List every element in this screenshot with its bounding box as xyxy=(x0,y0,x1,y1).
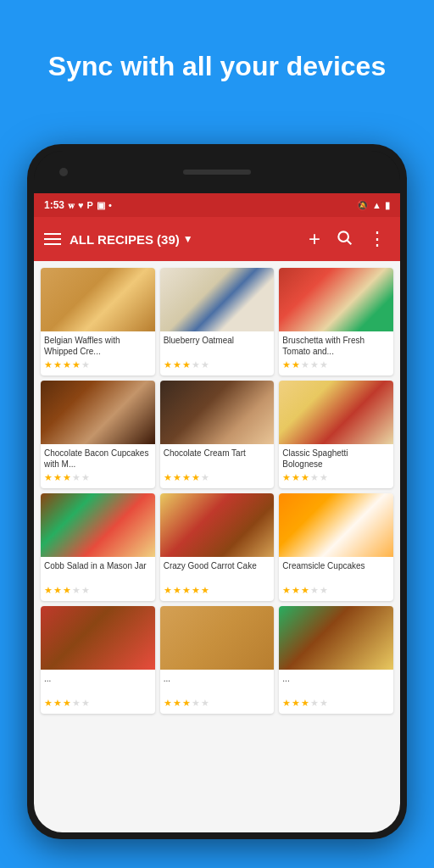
recipe-card[interactable]: Chocolate Cream Tart★★★★★ xyxy=(160,381,275,488)
star-filled: ★ xyxy=(44,359,53,370)
recipe-image xyxy=(41,493,155,557)
recipe-card[interactable]: Cobb Salad in a Mason Jar★★★★★ xyxy=(41,493,155,601)
recipe-card[interactable]: Creamsicle Cupcakes★★★★★ xyxy=(279,493,393,601)
hamburger-menu[interactable] xyxy=(44,233,61,245)
star-empty: ★ xyxy=(81,472,90,483)
star-empty: ★ xyxy=(201,472,209,483)
star-filled: ★ xyxy=(173,359,181,370)
star-filled: ★ xyxy=(53,359,62,370)
recipe-stars: ★★★★★ xyxy=(282,585,390,596)
nav-title[interactable]: ALL RECIPES (39) ▼ xyxy=(70,232,297,247)
recipe-stars: ★★★★★ xyxy=(44,585,152,596)
star-filled: ★ xyxy=(63,698,71,709)
star-filled: ★ xyxy=(173,472,181,483)
content-area: Belgian Waffles with Whipped Cre...★★★★★… xyxy=(34,261,400,832)
recipe-image xyxy=(160,381,275,444)
recipe-name: ... xyxy=(164,673,271,695)
heart-icon: ♥ xyxy=(78,200,84,210)
svg-line-1 xyxy=(348,240,352,244)
camera xyxy=(59,168,68,176)
recipe-name: Crazy Good Carrot Cake xyxy=(164,560,271,582)
recipe-name: Classic Spaghetti Bolognese xyxy=(282,448,390,470)
star-empty: ★ xyxy=(72,698,81,709)
star-empty: ★ xyxy=(81,698,90,709)
recipe-image xyxy=(41,381,155,444)
recipe-card[interactable]: ...★★★★★ xyxy=(160,606,275,714)
star-filled: ★ xyxy=(292,698,300,709)
star-filled: ★ xyxy=(63,472,71,483)
recipe-card[interactable]: Crazy Good Carrot Cake★★★★★ xyxy=(160,493,275,601)
star-filled: ★ xyxy=(164,585,172,596)
star-filled: ★ xyxy=(182,359,191,370)
recipe-name: Creamsicle Cupcakes xyxy=(282,560,390,582)
star-filled: ★ xyxy=(63,585,71,596)
recipe-image xyxy=(41,268,155,331)
star-filled: ★ xyxy=(164,472,172,483)
star-filled: ★ xyxy=(301,698,309,709)
star-empty: ★ xyxy=(310,585,319,596)
bell-mute-icon: 🔕 xyxy=(357,200,369,211)
star-empty: ★ xyxy=(201,698,209,709)
sim-icon: ▣ xyxy=(97,200,105,211)
star-filled: ★ xyxy=(192,585,200,596)
status-left: 1:53 𝐰 ♥ P ▣ • xyxy=(44,199,112,211)
star-empty: ★ xyxy=(310,698,319,709)
star-filled: ★ xyxy=(44,698,53,709)
recipe-image xyxy=(279,606,393,670)
recipe-stars: ★★★★★ xyxy=(282,359,390,370)
recipe-stars: ★★★★★ xyxy=(44,698,152,709)
star-empty: ★ xyxy=(201,359,209,370)
star-empty: ★ xyxy=(72,472,81,483)
add-button[interactable]: + xyxy=(305,224,324,254)
recipe-card[interactable]: ...★★★★★ xyxy=(41,606,155,714)
star-filled: ★ xyxy=(182,472,191,483)
star-empty: ★ xyxy=(81,585,90,596)
recipe-name: Blueberry Oatmeal xyxy=(164,335,271,357)
battery-icon: ▮ xyxy=(385,200,390,211)
more-button[interactable]: ⋮ xyxy=(364,225,390,253)
recipe-image xyxy=(160,268,275,331)
star-empty: ★ xyxy=(72,585,81,596)
search-button[interactable] xyxy=(332,225,356,253)
star-filled: ★ xyxy=(164,359,172,370)
dropdown-icon: ▼ xyxy=(183,233,193,245)
star-filled: ★ xyxy=(53,585,62,596)
status-right: 🔕 ▲ ▮ xyxy=(357,200,390,211)
star-empty: ★ xyxy=(320,585,328,596)
star-filled: ★ xyxy=(173,585,181,596)
recipe-card[interactable]: Classic Spaghetti Bolognese★★★★★ xyxy=(279,381,393,488)
recipe-name: Chocolate Cream Tart xyxy=(164,448,271,470)
star-filled: ★ xyxy=(53,472,62,483)
star-filled: ★ xyxy=(282,359,291,370)
recipe-card[interactable]: ...★★★★★ xyxy=(279,606,393,714)
recipe-image xyxy=(279,381,393,444)
star-empty: ★ xyxy=(310,472,319,483)
star-empty: ★ xyxy=(81,359,90,370)
recipe-stars: ★★★★★ xyxy=(44,359,152,370)
recipe-stars: ★★★★★ xyxy=(164,585,271,596)
star-filled: ★ xyxy=(301,585,309,596)
star-filled: ★ xyxy=(282,585,291,596)
star-empty: ★ xyxy=(320,472,328,483)
recipe-name: Belgian Waffles with Whipped Cre... xyxy=(44,335,152,357)
p-icon: P xyxy=(87,200,93,210)
speaker xyxy=(183,170,251,175)
star-filled: ★ xyxy=(63,359,71,370)
star-filled: ★ xyxy=(292,585,300,596)
star-filled: ★ xyxy=(44,472,53,483)
star-filled: ★ xyxy=(182,698,191,709)
recipe-card[interactable]: Blueberry Oatmeal★★★★★ xyxy=(160,268,275,376)
recipe-name: Cobb Salad in a Mason Jar xyxy=(44,560,152,582)
recipe-stars: ★★★★★ xyxy=(164,698,271,709)
star-empty: ★ xyxy=(192,698,200,709)
recipe-stars: ★★★★★ xyxy=(44,472,152,483)
recipe-card[interactable]: Chocolate Bacon Cupcakes with M...★★★★★ xyxy=(41,381,155,488)
star-filled: ★ xyxy=(282,698,291,709)
sync-text: Sync with all your devices xyxy=(0,51,434,82)
recipe-card[interactable]: Bruschetta with Fresh Tomato and...★★★★★ xyxy=(279,268,393,376)
recipe-grid: Belgian Waffles with Whipped Cre...★★★★★… xyxy=(41,268,393,714)
recipe-name: Chocolate Bacon Cupcakes with M... xyxy=(44,448,152,470)
recipe-image xyxy=(160,606,275,670)
phone-inner: 1:53 𝐰 ♥ P ▣ • 🔕 ▲ ▮ ALL RECIPES (39) ▼ xyxy=(34,151,400,832)
recipe-card[interactable]: Belgian Waffles with Whipped Cre...★★★★★ xyxy=(41,268,155,376)
